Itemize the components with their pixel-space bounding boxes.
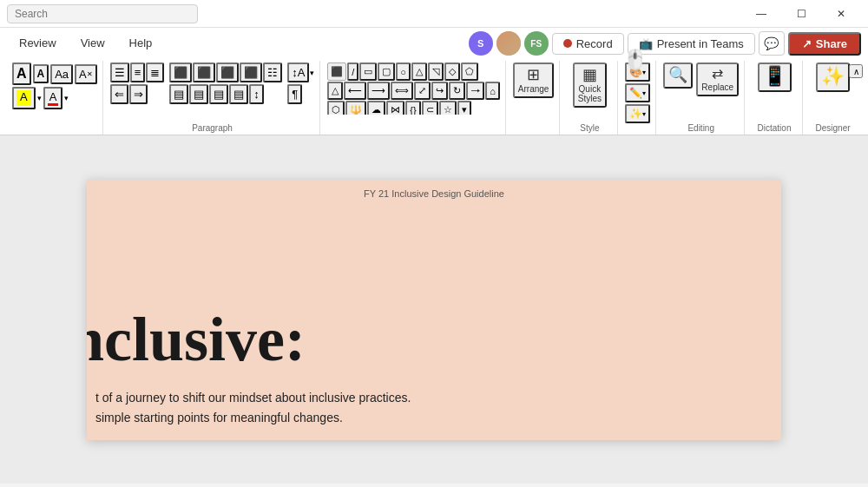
shape-c2[interactable]: 🔱	[345, 101, 366, 115]
avatar-1[interactable]: S	[469, 31, 493, 56]
columns-button[interactable]: ☷	[263, 63, 282, 82]
oval-button[interactable]: ○	[396, 63, 411, 81]
align-left-button[interactable]: ⬛	[169, 63, 192, 82]
slide-header: FY 21 Inclusive Design Guideline	[364, 188, 504, 199]
present-in-teams-button[interactable]: 📺 Present in Teams	[628, 33, 755, 55]
ribbon-tabs: Review View Help S FS Record 📺 Present i…	[0, 28, 868, 59]
dropdown-icon-2: ▾	[64, 94, 69, 102]
select-shape-button[interactable]: ⬛	[327, 63, 346, 81]
ribbon-toolbar: A A Aa A✕ A ▾ A ▾ ☰ ≡	[0, 59, 868, 135]
align-justify2-button[interactable]: ▤	[229, 84, 248, 104]
share-button[interactable]: ↗ Share	[788, 32, 861, 56]
tab-help[interactable]: Help	[117, 28, 165, 59]
slide-subtitle2: simple starting points for meaningful ch…	[95, 411, 343, 424]
paragraph-group-label: Paragraph	[110, 123, 315, 133]
title-bar-left	[7, 4, 198, 23]
shape-c5[interactable]: {}	[405, 101, 420, 115]
search-input[interactable]	[7, 4, 198, 23]
quick-styles-button[interactable]: ▦ QuickStyles	[573, 63, 607, 108]
drawing-outline-button[interactable]: ✏️▾	[625, 83, 650, 102]
designer-group-label: Designer	[810, 123, 856, 133]
replace-button[interactable]: ⇄ Replace	[696, 63, 739, 96]
ribbon-group-arrange: ⊞ Arrange	[508, 61, 561, 135]
comment-button[interactable]: 💬	[759, 31, 785, 56]
shape-b8[interactable]: ⭢	[466, 82, 484, 100]
highlight-color-button[interactable]: A	[12, 87, 36, 109]
rounded-rect-button[interactable]: ▢	[378, 63, 395, 81]
record-button[interactable]: Record	[552, 33, 624, 55]
pent-button[interactable]: ⬠	[461, 63, 478, 81]
font-controls: A A Aa A✕ A ▾ A ▾	[12, 63, 97, 131]
replace-label: Replace	[701, 82, 733, 92]
restore-button[interactable]: ☐	[781, 0, 821, 28]
shape-b3[interactable]: ⟶	[367, 82, 390, 100]
tab-view[interactable]: View	[69, 28, 117, 59]
ribbon-group-lists: ☰ ≡ ≣ ⇐ ⇒ ⬛ ⬛ ⬛ ⬛ ☷ ▤	[105, 61, 321, 135]
shape-c1[interactable]: ⬡	[327, 101, 345, 115]
font-size-row: A A Aa A✕	[12, 63, 97, 85]
bullet-list-button[interactable]: ☰	[110, 63, 129, 82]
present-in-teams-label: Present in Teams	[657, 37, 744, 50]
shape-b1[interactable]: △	[327, 82, 343, 100]
font-clear-button[interactable]: A✕	[75, 64, 97, 84]
shape-c7[interactable]: ☆	[439, 101, 457, 115]
avatar-2[interactable]	[496, 31, 521, 56]
avatar-3[interactable]: FS	[524, 31, 549, 56]
indent-increase-button[interactable]: ⇒	[129, 84, 148, 104]
indent-decrease-button[interactable]: ⇐	[110, 84, 128, 104]
shape-b4[interactable]: ⟺	[391, 82, 413, 100]
title-bar: — ☐ ✕	[0, 0, 868, 28]
find-button[interactable]: 🔍	[663, 63, 693, 89]
paragraph-marks-button[interactable]: ¶	[287, 84, 302, 104]
rtriangle-button[interactable]: ◹	[428, 63, 444, 81]
list-row-2: ⇐ ⇒	[110, 84, 165, 104]
shape-scroll-button[interactable]: ▾	[457, 101, 471, 115]
shape-c4[interactable]: ⋈	[386, 101, 404, 115]
arrange-button[interactable]: ⊞ Arrange	[513, 63, 555, 98]
ribbon-group-editing: 🔍 ⇄ Replace Editing	[658, 61, 745, 135]
shape-b9[interactable]: ⌂	[485, 82, 500, 100]
record-label: Record	[576, 37, 613, 50]
shape-b5[interactable]: ⤢	[414, 82, 431, 100]
drawing-fill-button[interactable]: 🎨▾	[625, 63, 650, 82]
close-button[interactable]: ✕	[821, 0, 861, 28]
dropdown-icon: ▾	[37, 94, 42, 102]
shape-c6[interactable]: ⊂	[422, 101, 438, 115]
shape-b6[interactable]: ↪	[431, 82, 448, 100]
drawing-effects-button[interactable]: ✨▾	[625, 104, 650, 123]
multilevel-list-button[interactable]: ≣	[146, 63, 164, 82]
align-right-button[interactable]: ⬛	[216, 63, 239, 82]
present-icon: 📺	[639, 37, 653, 50]
format-row: ↕A ▾	[287, 63, 314, 82]
line-spacing-button[interactable]: ↕	[249, 84, 264, 104]
font-size-decrease-button[interactable]: A	[33, 64, 49, 83]
ribbon-group-quick-styles: ▦ QuickStyles Style	[562, 61, 618, 135]
shape-c3[interactable]: ☁	[367, 101, 385, 115]
shape-b7[interactable]: ↻	[449, 82, 465, 100]
designer-button[interactable]: ✨	[816, 63, 850, 92]
collapse-ribbon-button[interactable]: ∧	[849, 64, 863, 78]
dictation-group-label: Dictation	[752, 123, 797, 133]
line-shape-button[interactable]: /	[347, 63, 358, 81]
quick-styles-icon: ▦	[582, 67, 597, 82]
triangle-button[interactable]: △	[411, 63, 427, 81]
rect-shape-button[interactable]: ▭	[359, 63, 377, 81]
slide-container[interactable]: FY 21 Inclusive Design Guideline nclusiv…	[87, 180, 781, 440]
align-center2-button[interactable]: ▤	[189, 84, 208, 104]
dictate-button[interactable]: 📱	[758, 63, 792, 92]
align-center-button[interactable]: ⬛	[193, 63, 215, 82]
numbered-list-button[interactable]: ≡	[130, 63, 146, 82]
align-left2-button[interactable]: ▤	[169, 84, 188, 104]
minimize-button[interactable]: —	[741, 0, 781, 28]
align-justify-button[interactable]: ⬛	[240, 63, 262, 82]
font-size-increase-button[interactable]: A	[12, 63, 31, 85]
font-color-button[interactable]: A	[43, 87, 63, 109]
list-controls: ☰ ≡ ≣ ⇐ ⇒ ⬛ ⬛ ⬛ ⬛ ☷ ▤	[110, 63, 315, 122]
ribbon-group-drawing-extra: 🎨▾ ✏️▾ ✨▾	[620, 61, 656, 135]
shape-b2[interactable]: ⟵	[344, 82, 366, 100]
diamond-button[interactable]: ◇	[444, 63, 460, 81]
align-right2-button[interactable]: ▤	[209, 84, 228, 104]
tab-review[interactable]: Review	[7, 28, 69, 59]
font-change-case-button[interactable]: Aa	[50, 64, 73, 84]
sort-button[interactable]: ↕A	[287, 63, 309, 82]
